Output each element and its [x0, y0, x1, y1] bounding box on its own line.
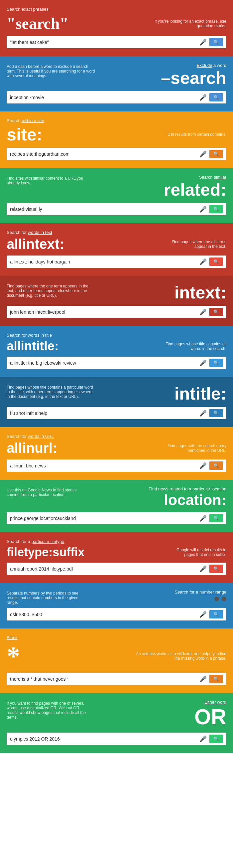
- big-word: "search": [7, 14, 68, 33]
- section-allinurl: Search for words in URL allinurl: Find p…: [0, 427, 233, 480]
- search-button[interactable]: 🔍: [209, 461, 223, 470]
- search-bar: 🎤 🔍: [7, 255, 226, 268]
- search-bar: 🎤 🔍: [7, 673, 226, 685]
- search-input[interactable]: [10, 360, 199, 366]
- search-input[interactable]: [10, 612, 199, 617]
- search-input[interactable]: [10, 151, 199, 157]
- search-input[interactable]: [10, 207, 199, 212]
- description: Find pages whose title contains all word…: [160, 342, 226, 351]
- section-related: Find sites with similar content to a URL…: [0, 168, 233, 223]
- description: Find pages whose title contains a partic…: [7, 385, 93, 399]
- search-input[interactable]: [10, 566, 199, 571]
- search-input[interactable]: [10, 463, 199, 468]
- description: Find sites with similar content to a URL…: [7, 176, 96, 185]
- description: If you want to find pages with one of se…: [7, 701, 93, 720]
- search-button[interactable]: 🔍: [209, 150, 223, 158]
- description: Google will restrict results to pages th…: [170, 548, 226, 557]
- mic-icon: 🎤: [199, 258, 207, 266]
- mic-icon: 🎤: [199, 611, 207, 618]
- mic-icon: 🎤: [199, 150, 207, 158]
- description: An asterisk works as a wildcard, and hel…: [133, 651, 226, 661]
- mic-icon: 🎤: [199, 735, 207, 743]
- mic-icon: 🎤: [199, 675, 207, 683]
- description: Add a dash before a word to exclude a se…: [7, 64, 96, 78]
- search-button[interactable]: 🔍: [209, 675, 223, 683]
- search-bar: 🎤 🔍: [7, 733, 226, 745]
- section-allintitle: Search for words in title allintitle: Fi…: [0, 326, 233, 377]
- search-bar: 🎤 🔍: [7, 608, 226, 620]
- section-intitle: Find pages whose title contains a partic…: [0, 377, 233, 427]
- search-bar: 🎤 🔍: [7, 306, 226, 318]
- section-site: Search within a site site: Get results f…: [0, 112, 233, 168]
- description: Use this on Google News to find stories …: [7, 488, 87, 497]
- section-blank: Blank * An asterisk works as a wildcard,…: [0, 628, 233, 693]
- search-button[interactable]: 🔍: [209, 359, 223, 367]
- big-word: filetype:suffix: [7, 545, 85, 559]
- section-intext: Find pages where the one term appears in…: [0, 276, 233, 326]
- search-button[interactable]: 🔍: [209, 735, 223, 743]
- asterisk-icon: *: [7, 643, 20, 670]
- search-button[interactable]: 🔍: [209, 610, 223, 618]
- search-input[interactable]: [10, 259, 199, 265]
- mic-icon: 🎤: [199, 308, 207, 316]
- mic-icon: 🎤: [199, 462, 207, 469]
- search-input[interactable]: [10, 309, 199, 315]
- big-word: allintext:: [7, 236, 64, 252]
- search-input[interactable]: [10, 95, 199, 100]
- section-title: Search for words in URL: [7, 434, 226, 439]
- dot-2: [222, 596, 226, 601]
- description: Find pages where the all terms appear in…: [160, 240, 226, 249]
- section-filetype: Search for a particular filetype filetyp…: [0, 532, 233, 583]
- big-word: intitle:: [174, 383, 226, 404]
- search-input[interactable]: [10, 516, 199, 521]
- description: Get results from certain domains.: [168, 132, 226, 137]
- big-word: intext:: [174, 282, 226, 303]
- section-exclude: Add a dash before a word to exclude a se…: [0, 56, 233, 112]
- search-button[interactable]: 🔍: [209, 38, 223, 46]
- section-title: Blank: [7, 635, 226, 640]
- section-or: If you want to find pages with one of se…: [0, 693, 233, 753]
- search-input[interactable]: [10, 39, 199, 45]
- search-bar: 🎤 🔍: [7, 460, 226, 472]
- big-word: site:: [7, 124, 42, 145]
- section-title: Search for words in text: [7, 230, 226, 235]
- search-bar: 🎤 🔍: [7, 148, 226, 160]
- description: Find pages with the search query mention…: [153, 443, 226, 453]
- search-bar: 🎤 🔍: [7, 356, 226, 369]
- search-bar: 🎤 🔍: [7, 36, 226, 48]
- description: Find pages where the one term appears in…: [7, 284, 93, 298]
- mic-icon: 🎤: [199, 206, 207, 213]
- search-input[interactable]: [10, 736, 199, 742]
- search-button[interactable]: 🔍: [209, 565, 223, 573]
- search-button[interactable]: 🔍: [209, 257, 223, 266]
- section-location: Use this on Google News to find stories …: [0, 480, 233, 532]
- search-button[interactable]: 🔍: [209, 205, 223, 213]
- dot-1: [214, 596, 219, 601]
- search-bar: 🎤 🔍: [7, 407, 226, 419]
- big-word: related:: [164, 180, 226, 199]
- search-input[interactable]: [10, 410, 199, 416]
- big-word: OR: [194, 705, 226, 729]
- mic-icon: 🎤: [199, 565, 207, 572]
- mic-icon: 🎤: [199, 409, 207, 417]
- search-button[interactable]: 🔍: [209, 93, 223, 101]
- search-bar: 🎤 🔍: [7, 91, 226, 103]
- section-title: Search for a particular filetype: [7, 539, 226, 544]
- section-allintext: Search for words in text allintext: Find…: [0, 223, 233, 276]
- search-input[interactable]: [10, 676, 199, 682]
- description: If you're looking for an exact phrase, u…: [153, 19, 226, 28]
- big-word: location:: [149, 491, 226, 509]
- search-button[interactable]: 🔍: [209, 409, 223, 417]
- search-bar: 🎤 🔍: [7, 512, 226, 524]
- mic-icon: 🎤: [199, 515, 207, 522]
- search-button[interactable]: 🔍: [209, 514, 223, 522]
- big-word: allinurl:: [7, 440, 57, 456]
- section-title: Find news related to a particular locati…: [149, 487, 226, 491]
- section-title: Search for words in title: [7, 333, 226, 338]
- search-bar: 🎤 🔍: [7, 203, 226, 215]
- big-word: –search: [161, 68, 226, 88]
- search-button[interactable]: 🔍: [209, 308, 223, 316]
- search-bar: 🎤 🔍: [7, 563, 226, 575]
- section-title: Search for a number range: [175, 590, 226, 594]
- section-title: Search exact phrases: [7, 7, 226, 12]
